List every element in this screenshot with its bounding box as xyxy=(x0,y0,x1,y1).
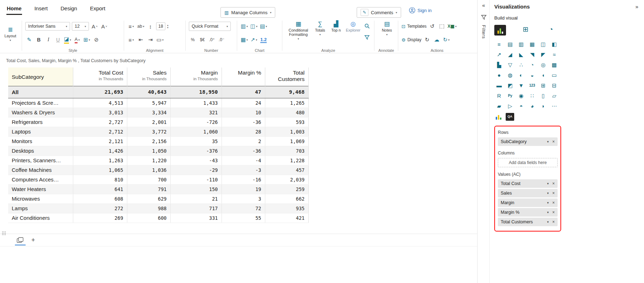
table-icon[interactable]: ⊞ xyxy=(538,81,548,90)
field-pill[interactable]: Total Cost▾× xyxy=(498,179,558,188)
add-data-fields-box[interactable]: Add data fields here xyxy=(498,158,558,167)
cell-value[interactable]: 935 xyxy=(265,203,308,213)
chevron-down-icon[interactable]: ▾ xyxy=(547,220,549,224)
cell-value[interactable]: 717 xyxy=(170,203,222,213)
cell-value[interactable]: 21,693 xyxy=(73,86,127,98)
python-visual-icon[interactable]: Py xyxy=(505,91,515,100)
shape-map-icon[interactable]: ◐ xyxy=(516,71,526,80)
cell-value[interactable]: -29 xyxy=(170,165,222,175)
decrease-font-size-button[interactable]: A˅ xyxy=(100,22,108,31)
cell-value[interactable]: 1,263 xyxy=(73,156,127,165)
line-and-clustered-column-chart-icon[interactable]: ◤ xyxy=(538,50,548,59)
metrics-visual-icon[interactable]: ◗ xyxy=(538,102,548,110)
variance-chart-type-button[interactable]: ▤▾ xyxy=(260,22,267,31)
select-area-button[interactable] xyxy=(438,22,446,31)
inforiver-writeback-visual-icon[interactable]: ⊞ xyxy=(520,25,532,36)
chevron-down-icon[interactable]: ▾ xyxy=(547,201,549,205)
row-label[interactable]: Printers, Scanners… xyxy=(8,156,73,165)
tab-design[interactable]: Design xyxy=(60,4,78,15)
italic-button[interactable]: I xyxy=(44,36,52,44)
custom-chart-visual-icon[interactable] xyxy=(494,113,503,121)
field-pill[interactable]: Margin %▾× xyxy=(498,208,558,217)
quick-format-select[interactable]: Quick Format ▾ xyxy=(189,22,231,31)
scatter-chart-icon[interactable]: ∴ xyxy=(516,60,526,69)
cell-value[interactable]: 2,156 xyxy=(127,136,170,146)
map-icon[interactable]: ● xyxy=(494,71,504,80)
redo-button[interactable]: ↻ xyxy=(423,36,431,44)
stepper-down-icon[interactable]: ▾ xyxy=(167,26,169,29)
cell-value[interactable]: -110 xyxy=(170,175,222,184)
table-row[interactable]: Refrigerators2,7272,001-726-36593 xyxy=(8,117,308,127)
table-row[interactable]: Air Conditioners26960033155421 xyxy=(8,213,308,223)
cell-value[interactable]: 629 xyxy=(127,194,170,203)
pie-chart-icon[interactable]: ◔ xyxy=(527,60,537,69)
cell-value[interactable]: -4 xyxy=(222,156,265,165)
cell-value[interactable]: 1,036 xyxy=(127,165,170,175)
table-row[interactable]: Laptops2,7123,7721,060281,003 xyxy=(8,127,308,136)
cell-value[interactable]: 2,001 xyxy=(127,117,170,127)
table-row[interactable]: Desktops1,4261,050-376-36703 xyxy=(8,146,308,156)
key-influencers-icon[interactable]: ◉ xyxy=(516,91,526,100)
cell-value[interactable]: -3 xyxy=(222,165,265,175)
row-label[interactable]: Refrigerators xyxy=(8,117,73,127)
templates-button[interactable]: ⊡ Templates xyxy=(401,22,427,31)
cell-value[interactable]: 1,265 xyxy=(265,98,308,108)
column-header[interactable]: Salesin Thousands xyxy=(127,67,170,86)
sparkline-button[interactable]: ↗▾ xyxy=(250,36,258,44)
area-chart-icon[interactable]: ◢ xyxy=(505,50,515,59)
chart-options-button[interactable]: ▦▾ xyxy=(240,36,248,44)
field-pill[interactable]: Sales▾× xyxy=(498,189,558,197)
stacked-column-chart-icon[interactable]: ▥ xyxy=(516,40,526,49)
remove-field-icon[interactable]: × xyxy=(552,210,555,215)
cell-value[interactable]: 21 xyxy=(170,194,222,203)
tab-insert[interactable]: Insert xyxy=(34,4,48,15)
cell-value[interactable]: 2,727 xyxy=(73,117,127,127)
table-row[interactable]: Computers Acces…810700-110-162,039 xyxy=(8,175,308,184)
font-color-button[interactable]: A▾ xyxy=(73,36,81,44)
cell-value[interactable]: -43 xyxy=(170,156,222,165)
row-label[interactable]: Monitors xyxy=(8,136,73,146)
table-row[interactable]: Monitors2,1212,1563521,069 xyxy=(8,136,308,146)
refresh-button[interactable]: ↻▾ xyxy=(442,36,450,44)
remove-field-icon[interactable]: × xyxy=(552,191,555,196)
vertical-align-button[interactable]: ≡▾ xyxy=(127,22,135,31)
tab-home[interactable]: Home xyxy=(6,4,22,15)
kpi-icon[interactable]: ◩ xyxy=(505,81,515,90)
undo-button[interactable]: ↺ xyxy=(429,22,436,31)
cell-value[interactable]: 421 xyxy=(265,213,308,223)
filled-map-icon[interactable]: ◍ xyxy=(505,71,515,80)
cell-value[interactable]: 18,950 xyxy=(170,86,222,98)
cell-value[interactable]: 600 xyxy=(127,213,170,223)
line-chart-icon[interactable]: ↗ xyxy=(494,50,504,59)
table-row[interactable]: Projectors & Scre…4,5135,9471,433241,265 xyxy=(8,98,308,108)
cell-value[interactable]: 1,003 xyxy=(265,127,308,136)
donut-chart-icon[interactable]: ◎ xyxy=(538,60,548,69)
expand-pane-icon[interactable]: » xyxy=(635,4,638,10)
cell-value[interactable]: 1,433 xyxy=(170,98,222,108)
total-row[interactable]: All21,69340,64318,950479,468 xyxy=(8,86,308,98)
cell-value[interactable]: 2,712 xyxy=(73,127,127,136)
column-header[interactable]: Total Customers xyxy=(265,67,308,86)
table-row[interactable]: Printers, Scanners…1,2631,220-43-41,228 xyxy=(8,156,308,165)
remove-field-icon[interactable]: × xyxy=(552,139,555,144)
row-height-stepper[interactable]: ▴▾ xyxy=(167,24,169,29)
row-height-value[interactable]: 18 xyxy=(156,22,165,30)
table-row[interactable]: Water Heaters64179115019259 xyxy=(8,184,308,194)
row-label[interactable]: Projectors & Scre… xyxy=(8,98,73,108)
table-row[interactable]: Lamps27298871772935 xyxy=(8,203,308,213)
cell-value[interactable]: 9,468 xyxy=(265,86,308,98)
cell-value[interactable]: 19 xyxy=(222,184,265,194)
row-label[interactable]: Water Heaters xyxy=(8,184,73,194)
tab-export[interactable]: Export xyxy=(90,4,106,15)
top-n-button[interactable]: ▟ Top n xyxy=(329,20,343,32)
100-stacked-column-chart-icon[interactable]: ◧ xyxy=(549,40,559,49)
table-row[interactable]: Microwaves608629213662 xyxy=(8,194,308,203)
explorer-button[interactable]: ◎ Explorer xyxy=(345,20,362,32)
cell-value[interactable]: 480 xyxy=(265,108,308,117)
matrix-icon[interactable]: ⊟ xyxy=(549,81,559,90)
cell-value[interactable]: 3 xyxy=(222,194,265,203)
clear-formatting-button[interactable]: ⊘ xyxy=(92,36,100,44)
increase-decimal-button[interactable]: .0⁺ xyxy=(208,36,216,44)
cell-value[interactable]: 55 xyxy=(222,213,265,223)
layout-button[interactable]: ≣ Layout ▾ xyxy=(1,25,19,42)
